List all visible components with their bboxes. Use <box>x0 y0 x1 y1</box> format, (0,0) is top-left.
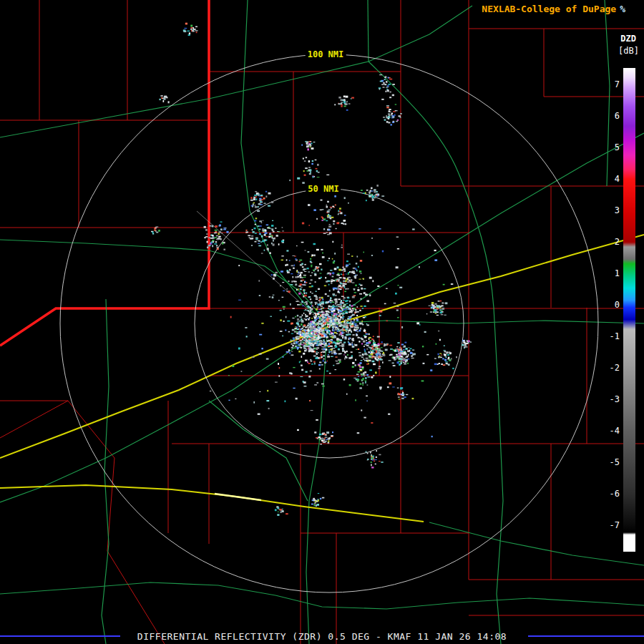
colorbar-tick-label: -1 <box>610 332 620 341</box>
inner-ring-label: 50 NMI <box>306 184 341 194</box>
footer-divider-left <box>0 635 120 637</box>
product-caption: DIFFERENTIAL REFLECTIVITY (ZDR) 0.5 DEG … <box>137 631 507 642</box>
colorbar-tick-label: -7 <box>610 521 620 530</box>
radar-echoes <box>151 23 472 516</box>
footer-divider-right <box>528 635 644 637</box>
colorbar-tick-label: 5 <box>615 143 620 152</box>
colorbar-tick-label: 1 <box>615 269 620 278</box>
colorbar-tick-label: 7 <box>615 80 620 89</box>
cod-logo-icon: % <box>620 4 625 14</box>
colorbar-tick-label: 6 <box>615 112 620 120</box>
county-lines <box>0 0 644 644</box>
colorbar-tick-label: 3 <box>615 206 620 215</box>
colorbar-tick-label: -5 <box>610 458 620 467</box>
colorbar-tick-label: -2 <box>610 364 620 372</box>
colorbar-bottom-label: TH <box>625 544 635 554</box>
outer-ring-label: 100 NMI <box>306 49 346 59</box>
colorbar-title: DZD <box>620 34 636 44</box>
colorbar-tick-label: 2 <box>615 238 620 246</box>
state-border <box>0 0 209 346</box>
colorbar-tick-label: -3 <box>610 395 620 404</box>
colorbar-tick-label: -4 <box>610 426 620 435</box>
radar-display: NEXLAB-College of DuPage% DZD [dB] 76543… <box>0 0 644 644</box>
brand-label: NEXLAB-College of DuPage <box>482 4 616 14</box>
colorbar-units: [dB] <box>618 46 639 56</box>
radar-map <box>0 0 644 644</box>
brand-text: NEXLAB-College of DuPage% <box>482 4 625 14</box>
colorbar-tick-label: 0 <box>615 301 620 309</box>
colorbar-tick-label: -6 <box>610 489 620 498</box>
colorbar-gradient <box>623 68 635 552</box>
colorbar-tick-label: 4 <box>615 175 620 183</box>
